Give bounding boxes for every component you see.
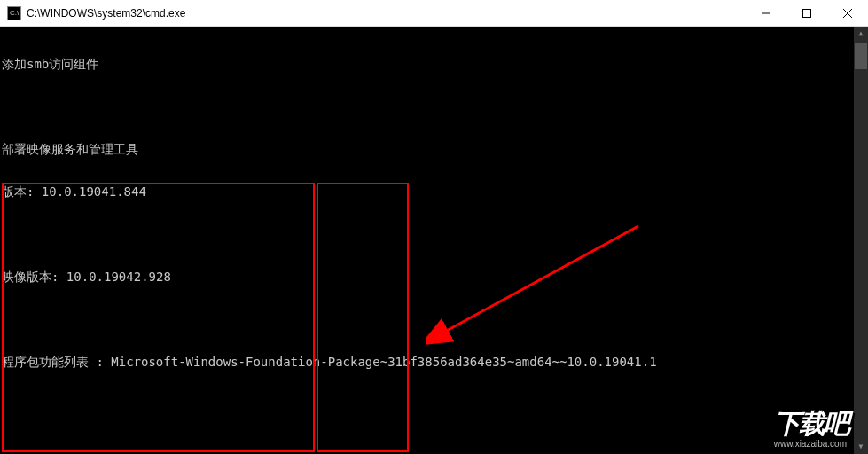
console-line bbox=[2, 227, 868, 241]
console-line: 版本: 10.0.19041.844 bbox=[2, 184, 868, 199]
maximize-button[interactable] bbox=[786, 0, 827, 27]
close-button[interactable] bbox=[827, 0, 868, 27]
console-line: 程序包功能列表 : Microsoft-Windows-Foundation-P… bbox=[2, 355, 868, 369]
minimize-button[interactable] bbox=[746, 0, 786, 27]
window-controls bbox=[746, 0, 868, 27]
console-line bbox=[2, 397, 868, 411]
cmd-icon: C:\ bbox=[7, 6, 21, 20]
scrollbar-down-arrow[interactable]: ▼ bbox=[854, 440, 868, 454]
console-line bbox=[2, 312, 868, 326]
console-line: 映像版本: 10.0.19042.928 bbox=[2, 270, 868, 284]
console-line: 部署映像服务和管理工具 bbox=[2, 142, 868, 156]
console-line bbox=[2, 99, 868, 114]
window-titlebar[interactable]: C:\ C:\WINDOWS\system32\cmd.exe bbox=[0, 0, 868, 27]
scrollbar-thumb[interactable] bbox=[855, 43, 867, 69]
scrollbar-up-arrow[interactable]: ▲ bbox=[854, 27, 868, 41]
console-line: 添加smb访问组件 bbox=[2, 57, 868, 71]
svg-rect-1 bbox=[803, 10, 811, 18]
console-line bbox=[2, 440, 868, 454]
console-scrollbar[interactable]: ▲ ▼ bbox=[854, 27, 868, 454]
console-output[interactable]: 添加smb访问组件 部署映像服务和管理工具 版本: 10.0.19041.844… bbox=[0, 27, 868, 454]
window-title: C:\WINDOWS\system32\cmd.exe bbox=[27, 7, 185, 20]
